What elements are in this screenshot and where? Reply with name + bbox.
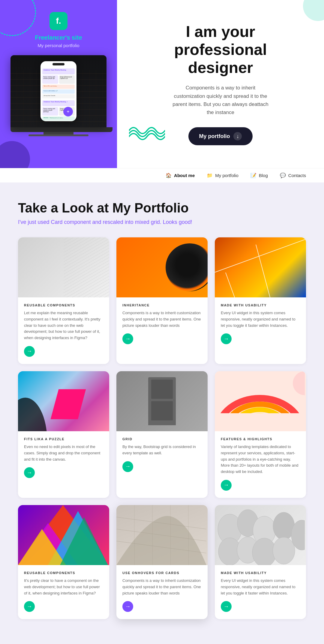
card-body-1: REUSABLE COMPONENTS Let me explain the m…	[18, 297, 109, 364]
card-body-8: USE ONHOVERS FOR CARDS Components is a w…	[116, 565, 208, 619]
phone-fab[interactable]: +	[63, 107, 73, 116]
card-arrow-5[interactable]: →	[122, 461, 133, 472]
portfolio-grid-row1: REUSABLE COMPONENTS Let me explain the m…	[18, 237, 306, 364]
card-arrow-3[interactable]: →	[221, 333, 232, 344]
card-tag-7: REUSABLE COMPONENTS	[24, 571, 103, 575]
card-body-2: INHERITANCE Components is a way to inher…	[116, 297, 208, 351]
card-text-3: Every UI widget in this system comes res…	[221, 310, 300, 329]
portfolio-button[interactable]: My portfolio ↓	[188, 127, 253, 145]
card-text-2: Components is a way to inherit customiza…	[122, 310, 202, 329]
card-image-floor	[116, 505, 208, 565]
card-image-colorgrid	[215, 237, 306, 297]
contacts-icon: 💬	[280, 173, 286, 178]
portfolio-card-4: FITS LIKA A PUZZLE Even no need to edit …	[18, 371, 109, 498]
card-arrow-4[interactable]: →	[24, 467, 35, 478]
card-arrow-9[interactable]: →	[221, 601, 232, 612]
portfolio-card-6: FEATURES & HIGHLIGHTS Variety of landing…	[215, 371, 306, 498]
card-body-5: GRID By the way, Bootstrap grid is consi…	[116, 431, 208, 479]
nav-item-about[interactable]: 🏠 About me	[166, 173, 195, 178]
card-tag-3: MADE WITH USABILITY	[221, 303, 300, 307]
card-tag-1: REUSABLE COMPONENTS	[24, 303, 103, 307]
card-image-rainbow	[215, 371, 306, 431]
vinyl-decoration	[166, 243, 208, 291]
card-image-colorful	[18, 505, 109, 565]
arrow-icon: ↓	[233, 132, 242, 140]
hero-description: Components is a way to inherit customiza…	[170, 84, 272, 116]
portfolio-section: Take a Look at My Portfolio I've just us…	[0, 182, 324, 631]
card-tag-8: USE ONHOVERS FOR CARDS	[122, 571, 202, 575]
portfolio-card-2: INHERITANCE Components is a way to inher…	[116, 237, 208, 364]
portfolio-grid-row3: REUSABLE COMPONENTS It's pretty clear to…	[18, 505, 306, 619]
card-body-4: FITS LIKA A PUZZLE Even no need to edit …	[18, 431, 109, 485]
card-tag-9: MADE WITH USABILITY	[221, 571, 300, 575]
portfolio-card-7: REUSABLE COMPONENTS It's pretty clear to…	[18, 505, 109, 619]
nav-item-blog[interactable]: 📝 Blog	[250, 173, 268, 178]
card-text-7: It's pretty clear to have a component on…	[24, 578, 103, 596]
card-text-4: Even no need to edit pixels in most of t…	[24, 444, 103, 462]
freelancer-logo: f.	[50, 12, 68, 30]
card-body-3: MADE WITH USABILITY Every UI widget in t…	[215, 297, 306, 351]
laptop-body: Avdalons Team Weekly Meeting Teams meeti…	[10, 55, 106, 127]
wave-decoration	[129, 126, 165, 144]
laptop-foot	[28, 134, 88, 136]
nav-label-portfolio: My portfolio	[215, 173, 238, 178]
card-image-mural	[18, 371, 109, 431]
card-text-1: Let me explain the meaning reusable comp…	[24, 310, 103, 341]
portfolio-card-3: MADE WITH USABILITY Every UI widget in t…	[215, 237, 306, 364]
card-text-6: Variety of landing templates dedicated t…	[221, 444, 300, 475]
hero-main-title: I am your professional designer	[174, 23, 267, 77]
card-tag-2: INHERITANCE	[122, 303, 202, 307]
card-arrow-2[interactable]: →	[122, 333, 133, 344]
svg-point-7	[293, 371, 305, 395]
stats-section: 138 projects done!	[0, 631, 324, 644]
card-text-5: By the way, Bootstrap grid is considered…	[122, 444, 202, 456]
card-text-8: Components is a way to inherit customiza…	[122, 578, 202, 596]
card-tag-4: FITS LIKA A PUZZLE	[24, 437, 103, 441]
card-body-6: FEATURES & HIGHLIGHTS Variety of landing…	[215, 431, 306, 498]
home-icon: 🏠	[166, 173, 172, 178]
card-image-3d	[215, 505, 306, 565]
portfolio-card-1: REUSABLE COMPONENTS Let me explain the m…	[18, 237, 109, 364]
card-arrow-8[interactable]: →	[122, 601, 133, 612]
blog-icon: 📝	[250, 173, 256, 178]
phone-row: Teams meeting with creative people @k Se…	[42, 75, 75, 84]
phone-notch	[52, 63, 64, 65]
card-text-9: Every UI widget in this system comes res…	[221, 578, 300, 596]
card-arrow-7[interactable]: →	[24, 601, 35, 612]
card-tag-6: FEATURES & HIGHLIGHTS	[221, 437, 300, 441]
section-subtitle: I've just used Card component and rescal…	[18, 219, 306, 225]
hero-right-panel: I am your professional designer Componen…	[117, 0, 324, 168]
navigation-bar: 🏠 About me 📁 My portfolio 📝 Blog 💬 Conta…	[0, 168, 324, 182]
site-subtitle: My personal portfolio	[38, 43, 79, 48]
hero-right-decoration	[303, 0, 324, 21]
bg-circle-solid	[0, 141, 30, 168]
laptop-stand	[44, 132, 74, 134]
card-image-orange	[116, 237, 208, 297]
card-image-lines	[18, 237, 109, 297]
nav-label-contacts: Contacts	[288, 173, 306, 178]
nav-item-portfolio[interactable]: 📁 My portfolio	[207, 173, 238, 178]
laptop-screen: Avdalons Team Weekly Meeting Teams meeti…	[10, 55, 106, 127]
portfolio-card-5: GRID By the way, Bootstrap grid is consi…	[116, 371, 208, 498]
svg-rect-6	[215, 413, 305, 431]
portfolio-btn-label: My portfolio	[199, 133, 230, 140]
nav-label-about: About me	[174, 173, 195, 178]
phone-mockup: Avdalons Team Weekly Meeting Teams meeti…	[40, 61, 76, 121]
card-body-7: REUSABLE COMPONENTS It's pretty clear to…	[18, 565, 109, 619]
portfolio-card-9: MADE WITH USABILITY Every UI widget in t…	[215, 505, 306, 619]
bg-circle-dashed	[0, 0, 36, 36]
nav-item-contacts[interactable]: 💬 Contacts	[280, 173, 306, 178]
svg-point-27	[273, 537, 295, 564]
card-arrow-1[interactable]: →	[24, 346, 35, 357]
portfolio-card-8-featured: USE ONHOVERS FOR CARDS Components is a w…	[116, 505, 208, 619]
site-name: Freelancer's site	[35, 34, 82, 41]
card-body-9: MADE WITH USABILITY Every UI widget in t…	[215, 565, 306, 619]
section-title: Take a Look at My Portfolio	[18, 200, 306, 215]
laptop-base	[10, 127, 112, 132]
card-image-door	[116, 371, 208, 431]
portfolio-icon: 📁	[207, 173, 213, 178]
hero-section: f. Freelancer's site My personal portfol…	[0, 0, 324, 168]
card-arrow-6[interactable]: →	[221, 480, 232, 491]
nav-label-blog: Blog	[259, 173, 268, 178]
hero-left-panel: f. Freelancer's site My personal portfol…	[0, 0, 117, 168]
